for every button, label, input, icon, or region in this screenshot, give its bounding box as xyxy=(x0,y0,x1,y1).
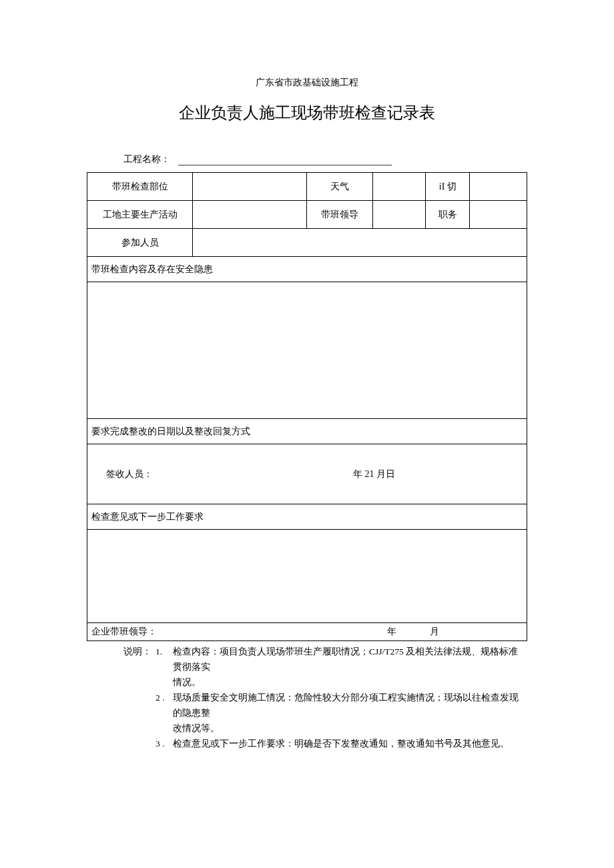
project-name-row: 工程名称： xyxy=(123,153,527,165)
table-row xyxy=(87,530,527,623)
table-row: 检查意见或下一步工作要求 xyxy=(87,504,527,530)
fill-weather xyxy=(373,173,426,201)
record-table: 带班检查部位 天气 iI 切 工地主要生产活动 带班领导 职务 参加人员 带班检… xyxy=(87,172,527,641)
signer-date: 年 21 月日 xyxy=(353,468,395,480)
fill-activity xyxy=(193,201,307,229)
table-row: 参加人员 xyxy=(87,229,527,257)
notes-prefix: 说明： xyxy=(123,644,156,675)
project-name-label: 工程名称： xyxy=(123,154,170,164)
notes-text-3a: 检查意见或下一步工作要求：明确是否下发整改通知，整改通知书号及其他意见。 xyxy=(173,737,527,752)
section-b-header: 要求完成整改的日期以及整改回复方式 xyxy=(87,419,527,444)
label-check-part: 带班检查部位 xyxy=(87,173,193,201)
notes-text-2b: 改情况等。 xyxy=(173,721,527,737)
page-title: 企业负责人施工现场带班检查记录表 xyxy=(87,102,527,123)
label-position: 职务 xyxy=(426,201,470,229)
table-row: 签收人员： 年 21 月日 xyxy=(87,444,527,504)
signer-cell: 签收人员： 年 21 月日 xyxy=(87,444,527,504)
fill-position xyxy=(470,201,527,229)
table-row: 要求完成整改的日期以及整改回复方式 xyxy=(87,419,527,444)
notes-text-2a: 现场质量安全文明施工情况：危险性较大分部分项工程实施情况；现场以往检查发现的隐患… xyxy=(173,691,527,721)
notes-block: 说明： 1. 检查内容：项目负责人现场带班生产履职情况；CJJ/T275 及相关… xyxy=(123,644,527,752)
label-participants: 参加人员 xyxy=(87,229,193,257)
table-row: 工地主要生产活动 带班领导 职务 xyxy=(87,201,527,229)
table-row: 带班检查内容及存在安全隐患 xyxy=(87,257,527,282)
leader-month: 月 xyxy=(430,626,439,638)
fill-iiqie xyxy=(470,173,527,201)
section-c-body xyxy=(87,530,527,623)
fill-leader xyxy=(373,201,426,229)
table-row: 带班检查部位 天气 iI 切 xyxy=(87,173,527,201)
notes-num-2: 2 . xyxy=(156,691,173,721)
notes-text-1a: 检查内容：项目负责人现场带班生产履职情况；CJJ/T275 及相关法律法规、规格… xyxy=(173,644,527,675)
notes-text-1b: 情况。 xyxy=(173,675,527,691)
leader-label: 企业带班领导： xyxy=(91,626,157,638)
section-a-body xyxy=(87,282,527,419)
label-weather: 天气 xyxy=(307,173,373,201)
label-leader: 带班领导 xyxy=(307,201,373,229)
notes-num-1: 1. xyxy=(156,644,173,675)
fill-check-part xyxy=(193,173,307,201)
signer-label: 签收人员： xyxy=(106,468,153,480)
leader-year: 年 xyxy=(387,626,396,638)
section-c-header: 检查意见或下一步工作要求 xyxy=(87,504,527,530)
leader-cell: 企业带班领导： 年 月 xyxy=(87,623,527,641)
table-row: 企业带班领导： 年 月 xyxy=(87,623,527,641)
table-row xyxy=(87,282,527,419)
label-iiqie: iI 切 xyxy=(426,173,470,201)
notes-num-3: 3 . xyxy=(156,737,173,752)
section-a-header: 带班检查内容及存在安全隐患 xyxy=(87,257,527,282)
page-subtitle: 广东省市政基础设施工程 xyxy=(87,77,527,89)
label-activity: 工地主要生产活动 xyxy=(87,201,193,229)
fill-participants xyxy=(193,229,527,257)
project-name-underline xyxy=(178,153,392,165)
